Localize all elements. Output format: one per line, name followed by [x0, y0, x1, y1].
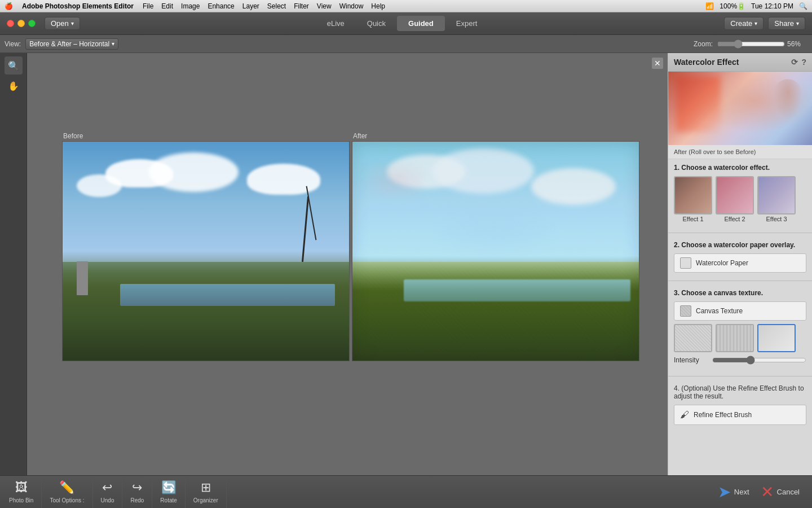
photo-bin-icon: 🖼 [15, 480, 28, 495]
overlay-label: Watercolor Paper [696, 259, 748, 267]
texture-thumbs [674, 324, 806, 352]
clock: Tue 12:10 PM [751, 2, 793, 10]
left-toolbar: 🔍 ✋ [0, 53, 27, 475]
search-tool-button[interactable]: 🔍 [5, 56, 23, 75]
canvas-label: Canvas Texture [696, 307, 743, 315]
menu-select[interactable]: Select [267, 2, 286, 10]
undo-icon: ↩ [102, 480, 112, 495]
view-select[interactable]: Before & After – Horizontal [25, 38, 118, 50]
menubar: 🍎 Adobe Photoshop Elements Editor File E… [0, 0, 812, 12]
close-canvas-button[interactable]: ✕ [652, 58, 663, 69]
hand-tool-button[interactable]: ✋ [5, 77, 23, 95]
search-icon[interactable]: 🔍 [799, 2, 807, 10]
effect1-image [674, 176, 712, 214]
step4-text: 4. (Optional) Use the Refine Effect Brus… [674, 384, 806, 400]
tool-options-button[interactable]: ✏️ Tool Options : [42, 476, 92, 508]
effect2-thumb[interactable]: Effect 2 [716, 176, 754, 222]
photo-bin-label: Photo Bin [9, 497, 33, 503]
effect3-image [757, 176, 796, 214]
tab-quick[interactable]: Quick [356, 16, 397, 31]
zoom-percentage: 56% [787, 40, 807, 48]
open-button[interactable]: Open [45, 17, 80, 30]
redo-button[interactable]: ↪ Redo [122, 476, 152, 508]
panel-title: Watercolor Effect [674, 58, 739, 67]
zoom-slider[interactable] [717, 40, 785, 49]
texture1-thumb[interactable] [674, 324, 712, 352]
app-name: Adobe Photoshop Elements Editor [22, 2, 134, 10]
rotate-button[interactable]: 🔄 Rotate [152, 476, 185, 508]
step3-title: 3. Choose a canvas texture. [674, 289, 806, 297]
tool-options-icon: ✏️ [59, 480, 74, 495]
effect1-thumb[interactable]: Effect 1 [674, 176, 712, 222]
tab-expert[interactable]: Expert [445, 16, 489, 31]
menu-view[interactable]: View [317, 2, 332, 10]
minimize-window-button[interactable] [17, 20, 25, 27]
brush-icon: 🖌 [680, 410, 689, 420]
effect-thumbs: Effect 1 Effect 2 Effect 3 [674, 176, 806, 222]
create-button[interactable]: Create [724, 17, 764, 30]
maximize-window-button[interactable] [28, 20, 36, 27]
next-label: Next [734, 488, 749, 496]
menu-image[interactable]: Image [181, 2, 200, 10]
before-label: Before [62, 132, 350, 140]
mode-tabs: eLive Quick Guided Expert [316, 16, 489, 31]
menu-help[interactable]: Help [371, 2, 385, 10]
intensity-row: Intensity [674, 356, 806, 365]
after-panel: After [352, 132, 639, 361]
cloud4 [247, 164, 320, 195]
trees [63, 251, 349, 361]
help-icon[interactable]: ? [801, 58, 806, 67]
next-arrow-icon: ➤ [718, 483, 731, 501]
effect2-label: Effect 2 [724, 216, 745, 222]
texture3-thumb[interactable] [757, 324, 796, 352]
tab-guided[interactable]: Guided [397, 16, 445, 31]
apple-menu[interactable]: 🍎 [5, 2, 13, 10]
traffic-lights [7, 20, 36, 27]
canvas-area: ✕ Before [27, 53, 668, 475]
step2-section: 2. Choose a watercolor paper overlay. Wa… [668, 237, 812, 277]
canvas-texture-button[interactable]: Canvas Texture [674, 301, 806, 321]
edge-shadow [352, 142, 639, 361]
menu-filter[interactable]: Filter [294, 2, 309, 10]
view-label: View: [5, 40, 21, 48]
close-window-button[interactable] [7, 20, 14, 27]
step3-section: 3. Choose a canvas texture. Canvas Textu… [668, 284, 812, 373]
before-image [62, 141, 350, 361]
tab-elive[interactable]: eLive [316, 16, 356, 31]
redo-icon: ↪ [132, 480, 142, 495]
effect3-thumb[interactable]: Effect 3 [757, 176, 796, 222]
menu-layer[interactable]: Layer [242, 2, 259, 10]
share-button[interactable]: Share [768, 17, 805, 30]
intensity-slider[interactable] [712, 356, 806, 365]
after-label: After [352, 132, 639, 140]
menu-enhance[interactable]: Enhance [208, 2, 234, 10]
intensity-label: Intensity [674, 356, 708, 364]
reset-icon[interactable]: ⟳ [791, 58, 798, 67]
redo-label: Redo [130, 497, 144, 503]
menu-edit[interactable]: Edit [161, 2, 173, 10]
main-layout: 🔍 ✋ ✕ Before [0, 53, 812, 475]
effect3-label: Effect 3 [766, 216, 787, 222]
watercolor-paper-button[interactable]: Watercolor Paper [674, 253, 806, 273]
battery-icon: 100%🔋 [720, 2, 745, 10]
menu-file[interactable]: File [143, 2, 153, 10]
rotate-label: Rotate [160, 497, 176, 503]
undo-button[interactable]: ↩ Undo [93, 476, 123, 508]
step4-section: 4. (Optional) Use the Refine Effect Brus… [668, 380, 812, 430]
next-button[interactable]: ➤ Next [712, 479, 755, 505]
river [120, 284, 335, 306]
face-hint [771, 79, 805, 124]
effect1-label: Effect 1 [682, 216, 703, 222]
organizer-icon: ⊞ [201, 480, 211, 495]
rotate-icon: 🔄 [161, 480, 176, 495]
menu-window[interactable]: Window [339, 2, 364, 10]
main-toolbar: Open eLive Quick Guided Expert Create Sh… [0, 12, 812, 35]
rollover-text: After (Roll over to see Before) [668, 145, 812, 159]
before-after-container: Before [62, 132, 639, 361]
refine-brush-button[interactable]: 🖌 Refine Effect Brush [674, 405, 806, 425]
dock [77, 261, 88, 295]
texture2-thumb[interactable] [716, 324, 754, 352]
organizer-button[interactable]: ⊞ Organizer [186, 476, 227, 508]
cancel-button[interactable]: ✕ Cancel [755, 479, 805, 505]
photo-bin-button[interactable]: 🖼 Photo Bin [7, 476, 42, 508]
